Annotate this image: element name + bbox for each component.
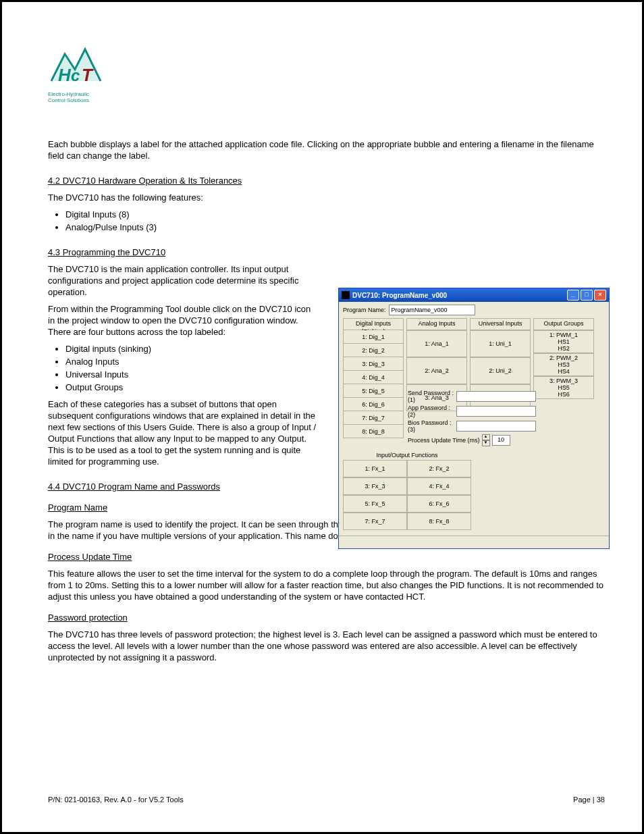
close-button[interactable]: ×: [594, 290, 606, 301]
analog-inputs-header[interactable]: Analog Inputs: [406, 318, 467, 330]
password-heading: Password protection: [48, 612, 605, 623]
title-bar[interactable]: DVC710: ProgramName_v000 _ □ ×: [339, 288, 609, 302]
logo-subtext-2: Control Solutions: [48, 97, 105, 103]
digital-input-button[interactable]: 7: Dig_7: [343, 411, 404, 425]
app-password-label: App Password : (2): [408, 405, 454, 418]
window-title: DVC710: ProgramName_v000: [352, 292, 567, 299]
svg-text:H: H: [58, 65, 72, 85]
output-group-button[interactable]: 2: PWM_2HS3HS4: [533, 353, 594, 376]
status-bar: [339, 536, 609, 548]
io-function-button[interactable]: 6: Fx_6: [407, 495, 471, 513]
digital-input-button[interactable]: 2: Dig_2: [343, 344, 404, 357]
buttons-list: Digital inputs (sinking) Analog Inputs U…: [65, 343, 318, 393]
io-function-button[interactable]: 7: Fx_7: [343, 513, 407, 530]
svg-text:c: c: [71, 66, 80, 84]
digital-input-button[interactable]: 8: Dig_8: [343, 425, 404, 438]
section-4-2-heading: 4.2 DVC710 Hardware Operation & Its Tole…: [48, 175, 605, 186]
list-item: Digital Inputs (8): [65, 209, 605, 220]
app-password-input[interactable]: [456, 406, 536, 417]
io-function-button[interactable]: 3: Fx_3: [343, 477, 407, 495]
io-function-button[interactable]: 5: Fx_5: [343, 495, 407, 513]
password-para: The DVC710 has three levels of password …: [48, 629, 605, 663]
window-icon: [342, 291, 350, 299]
list-item: Output Groups: [65, 382, 318, 393]
list-item: Digital inputs (sinking): [65, 343, 318, 355]
list-item: Analog/Pulse Inputs (3): [65, 221, 605, 233]
maximize-button[interactable]: □: [581, 290, 593, 301]
bios-password-label: Bios Password : (3): [408, 419, 454, 433]
bios-password-input[interactable]: [456, 421, 536, 432]
send-password-input[interactable]: [456, 391, 536, 402]
section-4-3-p3: Each of these categories has a subset of…: [48, 398, 318, 467]
section-4-3-p1: The DVC710 is the main application contr…: [48, 263, 318, 298]
process-update-heading: Process Update Time: [48, 551, 605, 563]
analog-input-button[interactable]: 1: Ana_1: [406, 330, 467, 357]
output-groups-header[interactable]: Output Groups: [533, 318, 594, 330]
features-list: Digital Inputs (8) Analog/Pulse Inputs (…: [65, 209, 605, 233]
process-update-label: Process Update Time (ms): [408, 437, 480, 444]
footer-right: Page | 38: [573, 796, 605, 804]
digital-input-button[interactable]: 4: Dig_4: [343, 371, 404, 384]
dvc710-window: DVC710: ProgramName_v000 _ □ × Program N…: [338, 288, 610, 549]
program-name-input[interactable]: [389, 305, 475, 315]
minimize-button[interactable]: _: [567, 290, 579, 301]
analog-input-button[interactable]: 2: Ana_2: [406, 357, 467, 384]
digital-input-button[interactable]: 1: Dig_1: [343, 330, 404, 344]
program-name-label: Program Name:: [343, 307, 386, 313]
list-item: Universal Inputs: [65, 369, 318, 380]
process-update-stepper[interactable]: ▲▼: [482, 434, 490, 446]
section-4-3-p2: From within the Programming Tool double …: [48, 303, 318, 338]
digital-input-button[interactable]: 6: Dig_6: [343, 398, 404, 411]
process-update-para: This feature allows the user to set the …: [48, 568, 605, 602]
send-password-label: Send Password : (1): [408, 390, 454, 403]
footer-left: P/N: 021-00163, Rev. A.0 - for V5.2 Tool…: [48, 796, 184, 804]
universal-input-button[interactable]: 1: Uni_1: [470, 330, 531, 357]
digital-input-button[interactable]: 3: Dig_3: [343, 357, 404, 371]
logo: H c T Electro-Hydraulic Control Solution…: [48, 44, 105, 101]
io-function-button[interactable]: 8: Fx_8: [407, 513, 471, 530]
io-function-button[interactable]: 1: Fx_1: [343, 460, 407, 477]
io-functions-header: Input/Output Functions: [343, 450, 471, 460]
process-update-value[interactable]: 10: [492, 435, 510, 446]
section-4-2-intro: The DVC710 has the following features:: [48, 192, 605, 203]
output-group-button[interactable]: 1: PWM_1HS1HS2: [533, 330, 594, 353]
list-item: Analog Inputs: [65, 356, 318, 367]
section-4-3-heading: 4.3 Programming the DVC710: [48, 246, 318, 258]
digital-inputs-header[interactable]: Digital Inputs (Sinking): [343, 318, 404, 330]
output-group-button[interactable]: 3: PWM_3HS5HS6: [533, 376, 594, 399]
universal-input-button[interactable]: 2: Uni_2: [470, 357, 531, 384]
intro-paragraph: Each bubble displays a label for the att…: [48, 138, 605, 161]
digital-input-button[interactable]: 5: Dig_5: [343, 384, 404, 398]
svg-text:T: T: [82, 65, 94, 85]
logo-subtext-1: Electro-Hydraulic: [48, 91, 105, 97]
io-function-button[interactable]: 4: Fx_4: [407, 477, 471, 495]
universal-inputs-header[interactable]: Universal Inputs: [470, 318, 531, 330]
io-function-button[interactable]: 2: Fx_2: [407, 460, 471, 477]
